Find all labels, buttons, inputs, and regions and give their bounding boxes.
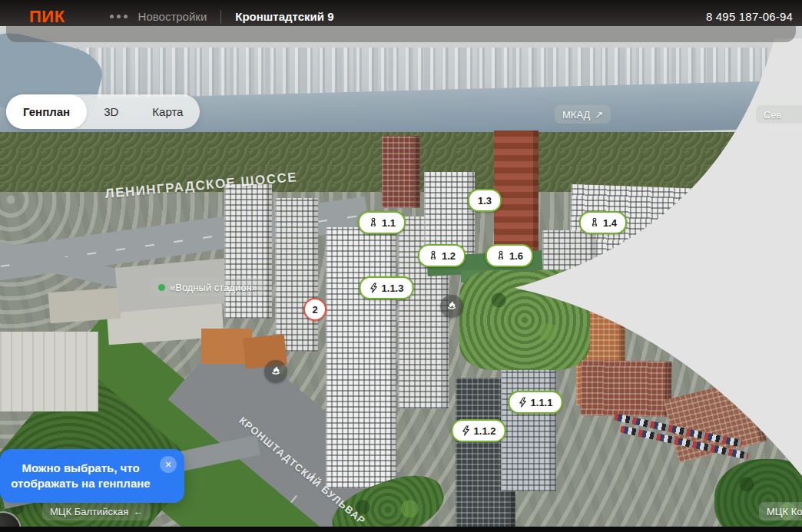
courtyard-park [459,270,590,370]
building-marker-label: 1.3 [478,195,492,207]
header-divider [220,10,221,24]
project-title: Кронштадтский 9 [235,10,333,23]
tower [326,227,396,488]
tower [275,198,318,352]
arrow-left-icon: ← [133,506,143,517]
building-marker-1-3[interactable]: 1.3 [468,189,502,212]
poi-label-sever[interactable]: Сев [756,105,802,124]
genplan-hint-tooltip: Можно выбрать, что отображать на генплан… [0,449,184,503]
brick-building-1 [580,360,671,417]
playground-marker[interactable] [264,360,287,383]
red-tower [382,136,420,208]
phone-number[interactable]: 8 495 187-06-94 [706,10,793,23]
gray-tower [501,361,556,491]
poi-label-mkad[interactable]: МКАД ↗ [555,105,611,124]
tower [224,184,272,319]
poi-label-vodny-stadion[interactable]: «Водный стадион» [151,278,265,296]
building-marker-2[interactable]: 2 [303,298,326,321]
poi-text: «Водный стадион» [170,282,257,293]
trees-bottom-right [714,459,802,532]
poi-text: МЦК Балтийская [50,506,128,517]
building-marker-label: 1.1.2 [474,425,496,437]
building-marker-label: 1.1 [382,217,396,229]
arrow-up-right-icon: ↗ [595,109,603,121]
building-marker-label: 1.4 [603,217,617,229]
building-marker-label: 1.1.3 [382,283,404,294]
building-marker-1-1[interactable]: 1.1 [358,211,406,234]
depot-roof-1 [0,332,98,411]
keys-icon [368,217,379,228]
building-marker-1-6[interactable]: 1.6 [486,244,533,267]
tab-karta[interactable]: Карта [135,94,200,129]
building-marker-label: 1.2 [442,250,456,262]
nav-novostroyki[interactable]: Новостройки [138,10,207,23]
close-icon[interactable]: ✕ [160,456,177,473]
lightning-icon [370,283,379,293]
keys-icon [495,250,506,261]
lightning-icon [519,397,528,408]
metro-line-dot-icon [158,284,165,291]
building-marker-1-1-1[interactable]: 1.1.1 [509,391,563,414]
view-switcher: Генплан 3D Карта [6,94,200,129]
top-header-bar: ПИК Новостройки Кронштадтский 9 8 495 18… [0,0,802,26]
keys-icon [428,250,439,261]
poi-text: МЦК Коп [767,506,802,517]
poi-text: Сев [764,109,782,121]
poi-label-mck-koptevo[interactable]: МЦК Коп [759,502,802,520]
playground-marker[interactable] [440,295,463,318]
building-marker-label: 1.6 [509,250,523,262]
apps-menu-icon[interactable] [110,15,128,18]
rocking-horse-icon [270,364,282,379]
striped-tower [494,131,539,253]
building-marker-label: 1.1.1 [531,397,553,408]
genplan-page: ЛЕНИНГРАДСКОЕ ШОССЕ КРОНШТАДТСКИЙ БУЛЬВА… [0,0,802,532]
building-marker-1-1-2[interactable]: 1.1.2 [452,419,506,442]
building-marker-1-2[interactable]: 1.2 [418,244,466,267]
depot-roof-3 [48,288,121,323]
keys-icon [589,217,600,228]
tab-genplan[interactable]: Генплан [6,94,87,129]
bottom-black-bar [0,527,802,532]
tab-3d[interactable]: 3D [87,94,135,129]
poi-label-mck-baltiyskaya[interactable]: МЦК Балтийская ← [42,502,151,520]
tooltip-text: Можно выбрать, что отображать на генплан… [11,461,150,490]
pik-logo[interactable]: ПИК [29,7,65,27]
header-glass-strip [6,26,796,42]
building-marker-label: 2 [312,304,317,316]
poi-text: МКАД [562,109,590,121]
building-marker-1-1-3[interactable]: 1.1.3 [360,276,414,299]
lightning-icon [462,425,471,436]
building-marker-1-4[interactable]: 1.4 [579,211,627,234]
rocking-horse-icon [446,299,458,314]
